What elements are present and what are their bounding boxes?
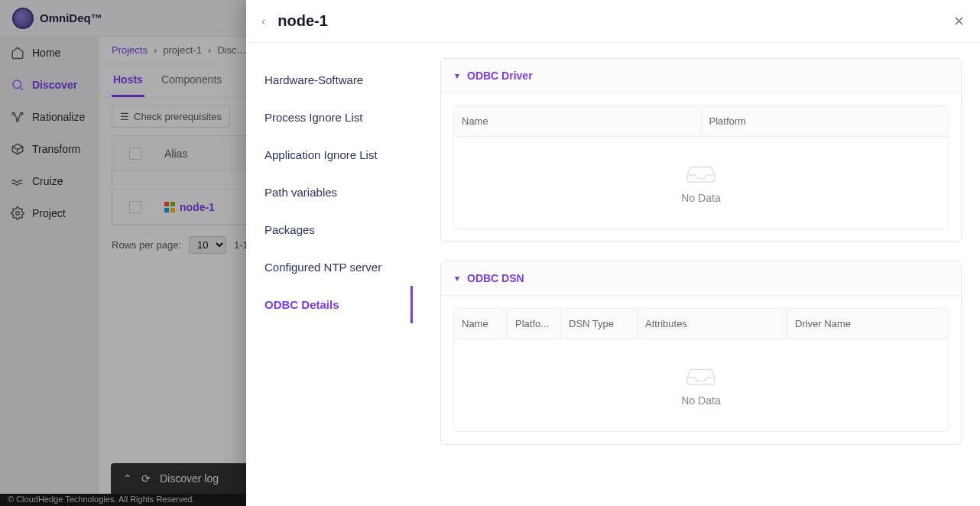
column-name: Name <box>454 106 702 136</box>
drawer-title: node-1 <box>277 12 328 30</box>
menu-item-odbc-details[interactable]: ODBC Details <box>255 286 413 323</box>
column-attributes: Attributes <box>638 309 787 339</box>
odbc-driver-panel: ▾ ODBC Driver Name Platform No Data <box>440 58 962 242</box>
odbc-dsn-body: Name Platfo... DSN Type Attributes Drive… <box>441 296 961 444</box>
chevron-down-icon: ▾ <box>455 70 459 81</box>
drawer-menu: Hardware-Software Process Ignore List Ap… <box>246 43 422 506</box>
column-platform: Platform <box>702 106 949 136</box>
close-button[interactable]: ✕ <box>953 13 965 30</box>
back-button[interactable]: ‹ <box>261 15 265 28</box>
odbc-dsn-table: Name Platfo... DSN Type Attributes Drive… <box>453 308 949 432</box>
menu-item-process-ignore[interactable]: Process Ignore List <box>255 99 413 136</box>
column-name: Name <box>454 309 508 339</box>
node-detail-drawer: ‹ node-1 ✕ Hardware-Software Process Ign… <box>246 0 980 506</box>
menu-item-hardware-software[interactable]: Hardware-Software <box>255 61 413 99</box>
chevron-down-icon: ▾ <box>455 273 459 284</box>
drawer-header: ‹ node-1 ✕ <box>246 0 980 43</box>
odbc-driver-header[interactable]: ▾ ODBC Driver <box>441 59 961 93</box>
odbc-dsn-table-header: Name Platfo... DSN Type Attributes Drive… <box>454 309 948 339</box>
odbc-driver-table: Name Platform No Data <box>453 105 949 229</box>
odbc-driver-body: Name Platform No Data <box>441 93 961 242</box>
inbox-icon <box>683 161 719 184</box>
odbc-driver-table-header: Name Platform <box>454 106 948 137</box>
odbc-dsn-header[interactable]: ▾ ODBC DSN <box>441 261 961 296</box>
column-driver-name: Driver Name <box>787 309 948 339</box>
menu-item-application-ignore[interactable]: Application Ignore List <box>255 136 413 174</box>
odbc-dsn-empty-state: No Data <box>454 339 948 431</box>
drawer-content: ▾ ODBC Driver Name Platform No Data <box>422 43 980 506</box>
odbc-dsn-panel: ▾ ODBC DSN Name Platfo... DSN Type Attri… <box>440 261 962 445</box>
menu-item-path-variables[interactable]: Path variables <box>255 174 413 211</box>
column-platform: Platfo... <box>508 309 561 339</box>
column-dsn-type: DSN Type <box>561 309 638 339</box>
odbc-driver-empty-state: No Data <box>454 137 948 229</box>
odbc-dsn-title: ODBC DSN <box>467 272 524 284</box>
empty-text: No Data <box>681 394 720 407</box>
drawer-body: Hardware-Software Process Ignore List Ap… <box>246 43 980 506</box>
menu-item-ntp-server[interactable]: Configured NTP server <box>255 248 413 286</box>
odbc-driver-title: ODBC Driver <box>467 70 533 82</box>
empty-text: No Data <box>681 192 720 204</box>
menu-item-packages[interactable]: Packages <box>255 211 413 248</box>
inbox-icon <box>683 364 719 387</box>
